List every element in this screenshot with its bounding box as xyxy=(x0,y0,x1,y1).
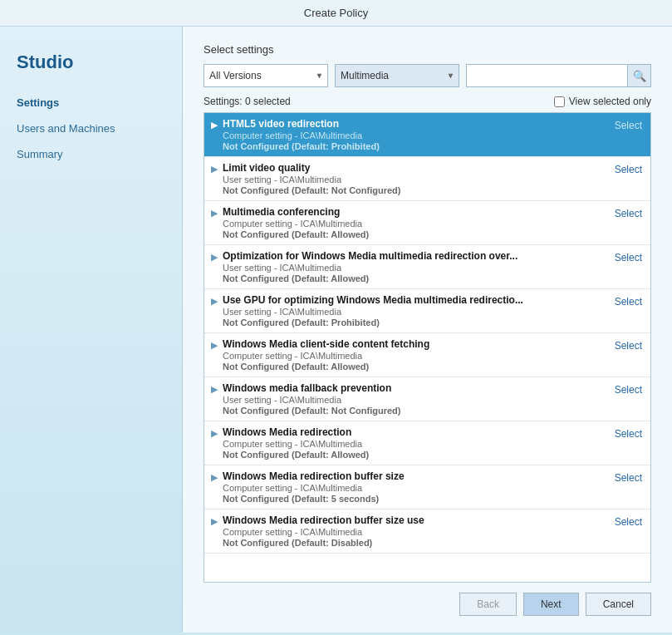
expand-arrow-optimization-windows-media: ▶ xyxy=(211,252,218,263)
expand-arrow-use-gpu-windows-media: ▶ xyxy=(211,296,218,307)
setting-name-windows-media-buffer-size-use: Windows Media redirection buffer size us… xyxy=(223,514,608,526)
expand-arrow-limit-video-quality: ▶ xyxy=(211,164,218,175)
setting-subtitle-windows-media-redirection: Computer setting - ICA\Multimedia xyxy=(223,439,608,449)
expand-arrow-html5-video: ▶ xyxy=(211,120,218,130)
setting-status-windows-media-client-fetching: Not Configured (Default: Allowed) xyxy=(223,362,608,372)
setting-name-windows-media-client-fetching: Windows Media client-side content fetchi… xyxy=(223,338,608,350)
category-select-wrapper: Multimedia ICA Virtual Desktop User Inte… xyxy=(335,64,459,87)
setting-name-windows-media-buffer-size: Windows Media redirection buffer size xyxy=(223,470,608,482)
setting-content-windows-media-buffer-size: Windows Media redirection buffer size Co… xyxy=(223,470,608,504)
versions-select-wrapper: All Versions (All Versions) XenApp 7.x X… xyxy=(204,64,328,87)
setting-item-optimization-windows-media[interactable]: ▶ Optimization for Windows Media multime… xyxy=(204,245,650,289)
setting-item-windows-media-redirection[interactable]: ▶ Windows Media redirection Computer set… xyxy=(204,421,650,465)
expand-arrow-multimedia-conferencing: ▶ xyxy=(211,208,218,219)
setting-item-windows-media-buffer-size[interactable]: ▶ Windows Media redirection buffer size … xyxy=(204,465,650,509)
setting-name-html5-video: HTML5 video redirection xyxy=(223,118,608,130)
setting-item-html5-video[interactable]: ▶ HTML5 video redirection Computer setti… xyxy=(204,113,650,157)
setting-subtitle-windows-media-buffer-size: Computer setting - ICA\Multimedia xyxy=(223,483,608,493)
setting-status-optimization-windows-media: Not Configured (Default: Allowed) xyxy=(223,273,608,283)
setting-name-optimization-windows-media: Optimization for Windows Media multimedi… xyxy=(223,250,608,262)
select-link-windows-media-buffer-size-use[interactable]: Select xyxy=(615,516,642,528)
expand-arrow-windows-media-redirection: ▶ xyxy=(211,428,218,439)
setting-subtitle-windows-media-client-fetching: Computer setting - ICA\Multimedia xyxy=(223,351,608,361)
back-button[interactable]: Back xyxy=(459,593,517,616)
setting-name-multimedia-conferencing: Multimedia conferencing xyxy=(223,206,608,218)
view-selected-label: View selected only xyxy=(569,96,651,107)
setting-subtitle-html5-video: Computer setting - ICA\Multimedia xyxy=(223,130,608,140)
expand-arrow-windows-media-fallback: ▶ xyxy=(211,384,218,395)
setting-item-windows-media-fallback[interactable]: ▶ Windows media fallback prevention User… xyxy=(204,377,650,421)
select-link-use-gpu-windows-media[interactable]: Select xyxy=(615,296,642,308)
setting-subtitle-use-gpu-windows-media: User setting - ICA\Multimedia xyxy=(223,307,608,317)
search-input[interactable] xyxy=(467,65,627,86)
setting-subtitle-optimization-windows-media: User setting - ICA\Multimedia xyxy=(223,263,608,273)
select-link-optimization-windows-media[interactable]: Select xyxy=(615,252,642,263)
sidebar-title: Studio xyxy=(0,43,182,90)
setting-status-windows-media-buffer-size-use: Not Configured (Default: Disabled) xyxy=(223,538,608,548)
setting-subtitle-limit-video-quality: User setting - ICA\Multimedia xyxy=(223,175,608,185)
setting-item-use-gpu-windows-media[interactable]: ▶ Use GPU for optimizing Windows Media m… xyxy=(204,289,650,333)
content-area: Select settings All Versions (All Versio… xyxy=(183,27,672,633)
setting-status-use-gpu-windows-media: Not Configured (Default: Prohibited) xyxy=(223,318,608,327)
section-label: Select settings xyxy=(204,43,651,56)
setting-name-use-gpu-windows-media: Use GPU for optimizing Windows Media mul… xyxy=(223,294,608,306)
setting-status-windows-media-fallback: Not Configured (Default: Not Configured) xyxy=(223,406,608,416)
settings-count: Settings: 0 selected xyxy=(204,96,291,107)
setting-item-multimedia-conferencing[interactable]: ▶ Multimedia conferencing Computer setti… xyxy=(204,201,650,245)
status-row: Settings: 0 selected View selected only xyxy=(204,96,651,107)
sidebar-item-settings[interactable]: Settings xyxy=(0,90,182,116)
sidebar-nav: Settings Users and Machines Summary xyxy=(0,90,182,167)
sidebar-item-users-machines[interactable]: Users and Machines xyxy=(0,116,182,141)
setting-subtitle-windows-media-buffer-size-use: Computer setting - ICA\Multimedia xyxy=(223,527,608,537)
sidebar: Studio Settings Users and Machines Summa… xyxy=(0,27,183,633)
cancel-button[interactable]: Cancel xyxy=(586,593,651,616)
expand-arrow-windows-media-client-fetching: ▶ xyxy=(211,340,218,351)
setting-content-windows-media-fallback: Windows media fallback prevention User s… xyxy=(223,382,608,416)
select-link-windows-media-buffer-size[interactable]: Select xyxy=(615,472,642,484)
window-title: Create Policy xyxy=(304,7,368,19)
setting-content-windows-media-buffer-size-use: Windows Media redirection buffer size us… xyxy=(223,514,608,548)
setting-content-limit-video-quality: Limit video quality User setting - ICA\M… xyxy=(223,162,608,195)
setting-item-windows-media-buffer-size-use[interactable]: ▶ Windows Media redirection buffer size … xyxy=(204,509,650,554)
view-selected-row: View selected only xyxy=(554,96,651,107)
setting-status-windows-media-redirection: Not Configured (Default: Allowed) xyxy=(223,450,608,460)
select-link-windows-media-redirection[interactable]: Select xyxy=(615,428,642,440)
select-link-windows-media-client-fetching[interactable]: Select xyxy=(615,340,642,352)
sidebar-item-summary[interactable]: Summary xyxy=(0,141,182,167)
search-wrapper: 🔍 xyxy=(466,64,651,87)
select-link-html5-video[interactable]: Select xyxy=(615,120,642,131)
setting-name-windows-media-fallback: Windows media fallback prevention xyxy=(223,382,608,394)
select-link-limit-video-quality[interactable]: Select xyxy=(615,164,642,175)
search-button[interactable]: 🔍 xyxy=(627,65,650,86)
setting-name-limit-video-quality: Limit video quality xyxy=(223,162,608,174)
setting-content-optimization-windows-media: Optimization for Windows Media multimedi… xyxy=(223,250,608,283)
bottom-bar: Back Next Cancel xyxy=(204,583,651,620)
versions-select[interactable]: All Versions (All Versions) XenApp 7.x X… xyxy=(204,64,328,87)
setting-content-use-gpu-windows-media: Use GPU for optimizing Windows Media mul… xyxy=(223,294,608,327)
setting-subtitle-windows-media-fallback: User setting - ICA\Multimedia xyxy=(223,395,608,405)
settings-list: ▶ HTML5 video redirection Computer setti… xyxy=(204,112,651,583)
setting-item-limit-video-quality[interactable]: ▶ Limit video quality User setting - ICA… xyxy=(204,157,650,201)
expand-arrow-windows-media-buffer-size: ▶ xyxy=(211,472,218,483)
setting-content-windows-media-redirection: Windows Media redirection Computer setti… xyxy=(223,426,608,460)
select-link-multimedia-conferencing[interactable]: Select xyxy=(615,208,642,219)
view-selected-checkbox[interactable] xyxy=(554,96,565,107)
setting-status-limit-video-quality: Not Configured (Default: Not Configured) xyxy=(223,185,608,195)
select-link-windows-media-fallback[interactable]: Select xyxy=(615,384,642,396)
setting-content-multimedia-conferencing: Multimedia conferencing Computer setting… xyxy=(223,206,608,239)
setting-subtitle-multimedia-conferencing: Computer setting - ICA\Multimedia xyxy=(223,219,608,229)
setting-content-windows-media-client-fetching: Windows Media client-side content fetchi… xyxy=(223,338,608,372)
setting-status-multimedia-conferencing: Not Configured (Default: Allowed) xyxy=(223,229,608,239)
setting-status-windows-media-buffer-size: Not Configured (Default: 5 seconds) xyxy=(223,494,608,504)
setting-name-windows-media-redirection: Windows Media redirection xyxy=(223,426,608,438)
next-button[interactable]: Next xyxy=(523,593,579,616)
setting-item-windows-media-client-fetching[interactable]: ▶ Windows Media client-side content fetc… xyxy=(204,333,650,377)
setting-status-html5-video: Not Configured (Default: Prohibited) xyxy=(223,141,608,151)
expand-arrow-windows-media-buffer-size-use: ▶ xyxy=(211,516,218,527)
category-select[interactable]: Multimedia ICA Virtual Desktop User Inte… xyxy=(335,64,459,87)
setting-content-html5-video: HTML5 video redirection Computer setting… xyxy=(223,118,608,151)
filter-row: All Versions (All Versions) XenApp 7.x X… xyxy=(204,64,651,87)
title-bar: Create Policy xyxy=(0,0,672,27)
